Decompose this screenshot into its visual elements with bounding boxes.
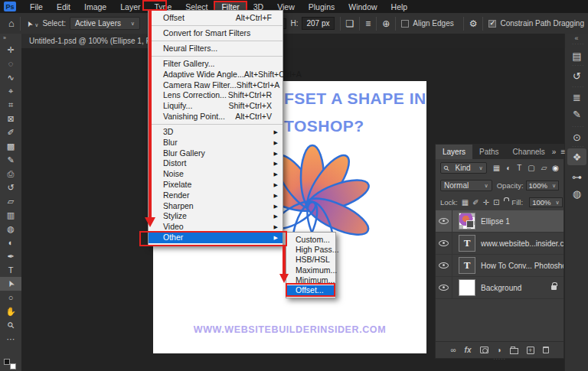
- kind-dropdown[interactable]: ⚲ Kind ∨: [440, 162, 487, 174]
- layer-thumbnail[interactable]: [459, 279, 475, 296]
- layer-row[interactable]: Background: [436, 277, 564, 299]
- gradient-tool[interactable]: ▥: [0, 208, 21, 222]
- tool-preset-icon[interactable]: ➤∨: [26, 18, 39, 29]
- path-arrangement-icon[interactable]: ⊕: [382, 18, 390, 29]
- move-tool[interactable]: ✛: [0, 43, 21, 57]
- paths-icon[interactable]: ⊶: [567, 168, 586, 185]
- home-icon[interactable]: ⌂: [8, 18, 15, 29]
- filter-menu-item[interactable]: Blur ▶: [149, 138, 283, 148]
- filter-menu-item[interactable]: Camera Raw Filter... Shift+Ctrl+A: [149, 80, 283, 91]
- submenu-item[interactable]: High Pass...: [286, 245, 335, 255]
- frame-tool[interactable]: ⊠: [0, 112, 21, 125]
- path-operations-icon[interactable]: ❏: [346, 18, 354, 29]
- menubar-item[interactable]: Window: [341, 2, 384, 12]
- eraser-tool[interactable]: ▱: [0, 194, 21, 208]
- adjustment-layer-icon[interactable]: ◑: [497, 346, 501, 354]
- menubar-item[interactable]: Image: [77, 2, 113, 12]
- filtering-toggle-icon[interactable]: ◉: [552, 164, 559, 172]
- history-icon[interactable]: ↺: [567, 67, 586, 84]
- healing-brush-tool[interactable]: ▩: [0, 139, 21, 153]
- filter-menu-item[interactable]: Noise ▶: [149, 169, 283, 180]
- menubar-item[interactable]: Plugins: [302, 2, 341, 12]
- menubar-item[interactable]: Edit: [50, 2, 77, 12]
- delete-layer-icon[interactable]: [543, 347, 549, 353]
- opacity-field[interactable]: 100% ∨: [526, 181, 559, 190]
- filter-menu-item[interactable]: Blur Gallery ▶: [149, 148, 283, 159]
- brush-settings-icon[interactable]: ≣: [567, 89, 586, 106]
- filter-smart-objects-icon[interactable]: ▱: [541, 164, 547, 172]
- constrain-path-dragging-checkbox[interactable]: [488, 20, 496, 28]
- clone-stamp-tool[interactable]: ⎙: [0, 167, 21, 181]
- foreground-color-swatch[interactable]: [4, 359, 10, 365]
- color-icon[interactable]: ⊙: [567, 129, 586, 145]
- brushes-icon[interactable]: ✎: [567, 106, 586, 122]
- layers-icon[interactable]: ❖: [567, 148, 586, 165]
- lock-pixels-icon[interactable]: ✐: [472, 198, 479, 207]
- lock-transparent-icon[interactable]: ▦: [462, 198, 469, 207]
- history-brush-tool[interactable]: ↺: [0, 181, 21, 194]
- panel-tab[interactable]: Layers: [436, 145, 472, 159]
- ellipse-tool[interactable]: ○: [0, 291, 21, 304]
- lasso-tool[interactable]: ∿: [0, 70, 21, 84]
- layer-effects-icon[interactable]: fx: [465, 346, 472, 354]
- visibility-toggle[interactable]: [436, 233, 452, 254]
- layer-mask-icon[interactable]: [480, 347, 488, 353]
- height-field[interactable]: 207 px: [302, 17, 334, 30]
- visibility-toggle[interactable]: [436, 255, 452, 276]
- path-selection-tool[interactable]: ➤: [0, 277, 21, 291]
- filter-menu-item[interactable]: Offset Alt+Ctrl+F: [149, 13, 283, 26]
- new-layer-icon[interactable]: +: [527, 347, 534, 354]
- menubar-item[interactable]: Help: [384, 2, 415, 12]
- new-group-icon[interactable]: [510, 348, 518, 354]
- eyedropper-tool[interactable]: ✐: [0, 125, 21, 139]
- layer-row[interactable]: T How To Conv... Photoshop?: [436, 255, 564, 277]
- align-edges-checkbox[interactable]: [401, 20, 409, 28]
- color-swatches[interactable]: [4, 359, 16, 369]
- libraries-icon[interactable]: ▤: [567, 47, 586, 64]
- brush-tool[interactable]: ✎: [0, 153, 21, 167]
- dodge-tool[interactable]: ◐: [0, 236, 21, 249]
- panel-chevrons-icon[interactable]: »: [552, 148, 557, 156]
- filter-adjustment-layers-icon[interactable]: ◐: [506, 164, 511, 172]
- filter-menu-item[interactable]: Render ▶: [149, 190, 283, 201]
- filter-menu-item[interactable]: Lens Correction... Shift+Ctrl+R: [149, 90, 283, 101]
- filter-shape-layers-icon[interactable]: ▢: [528, 164, 534, 172]
- filter-menu-item[interactable]: 3D ▶: [149, 127, 283, 138]
- filter-menu-item[interactable]: Liquify... Shift+Ctrl+X: [149, 101, 283, 112]
- filter-menu-item[interactable]: Neural Filters...: [149, 44, 283, 57]
- layer-thumbnail[interactable]: T: [459, 257, 475, 274]
- fill-field[interactable]: 100% ∨: [529, 197, 562, 207]
- link-layers-icon[interactable]: ∞: [450, 346, 456, 354]
- background-color-swatch[interactable]: [10, 363, 16, 369]
- channels-icon[interactable]: ◍: [567, 185, 586, 202]
- blend-mode-dropdown[interactable]: Normal ∨: [440, 180, 492, 191]
- zoom-tool[interactable]: ⚲: [0, 318, 21, 332]
- pen-tool[interactable]: ✒: [0, 249, 21, 263]
- layer-thumbnail[interactable]: [459, 213, 475, 229]
- lock-artboard-icon[interactable]: ⊡: [493, 198, 499, 207]
- layer-row[interactable]: T www.websiteb...insider.com: [436, 233, 564, 255]
- object-selection-tool[interactable]: ⌖: [0, 84, 21, 98]
- filter-type-layers-icon[interactable]: T: [517, 164, 521, 172]
- hand-tool[interactable]: ✋: [0, 304, 21, 318]
- panel-menu-icon[interactable]: ≡: [560, 148, 565, 156]
- collapse-toolbar-icon[interactable]: »: [0, 34, 21, 43]
- filter-menu-item[interactable]: Distort ▶: [149, 158, 283, 169]
- filter-menu-item[interactable]: Stylize ▶: [149, 211, 283, 222]
- filter-pixel-layers-icon[interactable]: ▦: [493, 164, 500, 172]
- panel-resize-handle[interactable]: ·····: [493, 356, 506, 362]
- filter-menu-item[interactable]: Convert for Smart Filters: [149, 28, 283, 41]
- visibility-toggle[interactable]: [436, 277, 452, 298]
- filter-menu-item[interactable]: Pixelate ▶: [149, 180, 283, 190]
- submenu-item[interactable]: Custom...: [286, 235, 335, 245]
- edit-toolbar[interactable]: ⋯: [0, 332, 21, 346]
- filter-menu-item[interactable]: Vanishing Point... Alt+Ctrl+V: [149, 112, 283, 125]
- crop-tool[interactable]: ⌗: [0, 98, 21, 112]
- panel-tab[interactable]: Paths: [472, 145, 506, 159]
- layer-thumbnail[interactable]: T: [459, 235, 475, 252]
- type-tool[interactable]: T: [0, 263, 21, 277]
- layer-row[interactable]: Ellipse 1: [436, 210, 564, 233]
- blur-tool[interactable]: ◍: [0, 222, 21, 236]
- ellipse-marquee-tool[interactable]: ◌: [0, 57, 21, 70]
- lock-position-icon[interactable]: ✛: [483, 198, 489, 207]
